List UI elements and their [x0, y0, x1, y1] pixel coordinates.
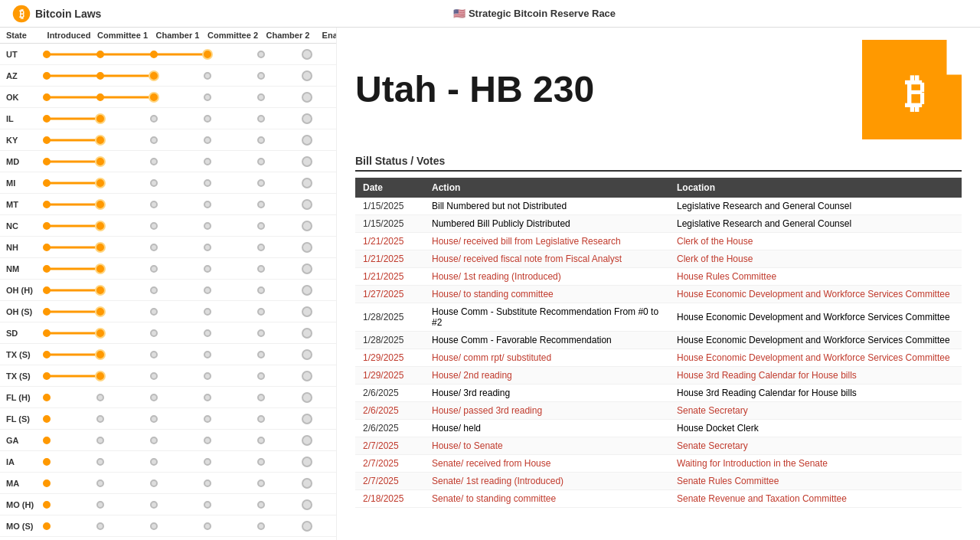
td-location: House Rules Committee — [669, 268, 962, 286]
progress-dot — [96, 244, 104, 251]
state-row[interactable]: IA — [0, 451, 336, 473]
progress-dot — [257, 479, 265, 487]
progress-dot — [43, 222, 51, 230]
td-action: House/ 3rd reading — [424, 385, 669, 402]
table-row: 1/28/2025House Comm - Substitute Recomme… — [355, 303, 962, 332]
table-row: 1/28/2025House Comm - Favorable Recommen… — [355, 332, 962, 349]
progress-dot — [257, 394, 265, 401]
state-row[interactable]: NM — [0, 258, 336, 280]
state-row[interactable]: SD — [0, 322, 336, 344]
td-date: 1/15/2025 — [355, 215, 424, 233]
progress-dot — [257, 179, 265, 187]
td-action: House/ to standing committee — [424, 286, 669, 303]
td-action: House/ held — [424, 420, 669, 437]
state-label: MO (H) — [6, 500, 43, 509]
td-date: 2/7/2025 — [355, 437, 424, 455]
col-state: State — [6, 31, 43, 40]
state-row[interactable]: IL — [0, 108, 336, 129]
progress-dot — [43, 93, 51, 101]
progress-dot — [43, 479, 51, 487]
td-location: House Economic Development and Workforce… — [669, 332, 962, 349]
td-action: House Comm - Substitute Recommendation F… — [424, 303, 669, 332]
enacted-dot — [302, 221, 312, 231]
state-row[interactable]: UT — [0, 44, 336, 65]
progress-track — [43, 522, 284, 530]
header-title: 🇺🇸 Strategic Bitcoin Reserve Race — [453, 8, 616, 19]
state-row[interactable]: AZ — [0, 65, 336, 87]
td-date: 2/7/2025 — [355, 473, 424, 490]
td-date: 1/29/2025 — [355, 367, 424, 385]
state-row[interactable]: MO (H) — [0, 494, 336, 515]
td-date: 1/21/2025 — [355, 233, 424, 250]
state-row[interactable]: MA — [0, 473, 336, 494]
state-row[interactable]: FL (S) — [0, 408, 336, 430]
enacted-dot — [302, 199, 312, 210]
progress-dot — [150, 179, 158, 187]
progress-dot — [204, 351, 211, 358]
progress-dot — [150, 201, 158, 208]
progress-dot — [43, 437, 51, 444]
state-label: KY — [6, 136, 43, 145]
state-row[interactable]: MT — [0, 194, 336, 215]
progress-track — [43, 415, 284, 423]
left-panel: State Introduced Committee 1 Chamber 1 C… — [0, 28, 337, 540]
col-chamber1: Chamber 1 — [150, 31, 205, 40]
progress-dot — [43, 394, 51, 401]
state-row[interactable]: KY — [0, 129, 336, 151]
progress-dot — [257, 265, 265, 273]
state-row[interactable]: MD — [0, 151, 336, 172]
state-rows-container: UTAZOKILKYMDMIMTNCNHNMOH (H)OH (S)SDTX (… — [0, 44, 336, 540]
progress-dot — [150, 394, 158, 401]
td-action: House/ received fiscal note from Fiscal … — [424, 250, 669, 268]
state-row[interactable]: GA — [0, 430, 336, 451]
bitcoin-logo-icon: ₿ — [12, 5, 31, 23]
state-row[interactable]: TX (S) — [0, 365, 336, 387]
state-row[interactable]: TX (S) — [0, 344, 336, 365]
progress-track — [43, 93, 284, 101]
header-center: 🇺🇸 Strategic Bitcoin Reserve Race — [101, 8, 968, 19]
progress-dot — [150, 351, 158, 358]
state-row[interactable]: MI — [0, 172, 336, 194]
state-row[interactable]: FL (H) — [0, 387, 336, 408]
progress-track — [43, 136, 284, 144]
progress-dot — [96, 51, 104, 58]
progress-dot — [257, 329, 265, 337]
td-action: House/ comm rpt/ substituted — [424, 349, 669, 367]
state-label: TX (S) — [6, 371, 43, 381]
progress-track — [43, 265, 284, 273]
td-location: House Economic Development and Workforce… — [669, 286, 962, 303]
progress-dot — [96, 158, 104, 165]
td-date: 2/6/2025 — [355, 385, 424, 402]
enacted-dot — [302, 178, 312, 188]
progress-dot — [204, 308, 211, 316]
progress-dot — [204, 415, 211, 423]
state-row[interactable]: OK — [0, 87, 336, 108]
state-row[interactable]: OH (S) — [0, 301, 336, 322]
td-action: House/ 2nd reading — [424, 367, 669, 385]
progress-dot — [150, 222, 158, 230]
col-committee1: Committee 1 — [95, 31, 150, 40]
td-location: Senate Secretary — [669, 437, 962, 455]
td-date: 2/18/2025 — [355, 490, 424, 508]
progress-dot — [43, 286, 51, 294]
progress-dot — [96, 437, 104, 444]
table-row: 2/6/2025House/ heldHouse Docket Clerk — [355, 420, 962, 437]
enacted-dot — [302, 499, 312, 510]
utah-shape: ₿ — [862, 40, 962, 139]
progress-dot — [150, 51, 158, 58]
state-row[interactable]: NH — [0, 237, 336, 258]
enacted-dot — [302, 49, 312, 60]
state-row[interactable]: OH (H) — [0, 280, 336, 301]
table-row: 1/27/2025House/ to standing committeeHou… — [355, 286, 962, 303]
state-row[interactable]: NC — [0, 215, 336, 237]
state-row[interactable]: MO (S) — [0, 515, 336, 537]
progress-dot — [150, 437, 158, 444]
progress-dot — [257, 308, 265, 316]
progress-dot — [43, 522, 51, 530]
state-row[interactable]: WV — [0, 537, 336, 540]
progress-dot — [43, 72, 51, 80]
progress-dot — [150, 415, 158, 423]
enacted-dot — [302, 306, 312, 317]
table-row: 1/21/2025House/ received bill from Legis… — [355, 233, 962, 250]
table-row: 2/18/2025Senate/ to standing committeeSe… — [355, 490, 962, 508]
